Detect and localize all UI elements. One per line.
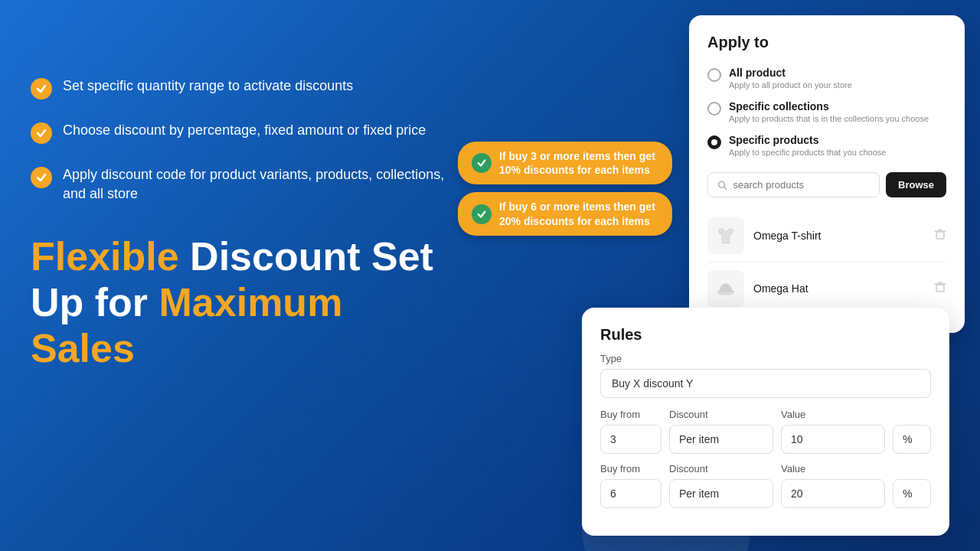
search-input-wrap[interactable] (707, 172, 880, 197)
unit-label-1 (893, 409, 931, 420)
search-input[interactable] (733, 179, 870, 191)
value-group-2: Value (781, 463, 885, 508)
feature-text-3: Apply discount code for product variants… (63, 165, 459, 204)
apply-to-card: Apply to All product Apply to all produc… (689, 15, 965, 333)
type-input[interactable] (600, 369, 931, 398)
feature-item-3: Apply discount code for product variants… (31, 165, 459, 204)
radio-group: All product Apply to all product on your… (707, 67, 946, 157)
radio-option-specific-collections[interactable]: Specific collections Apply to products t… (707, 100, 946, 123)
unit-input-1[interactable] (893, 425, 931, 454)
svg-line-1 (724, 187, 727, 189)
feature-text-1: Set specific quantity range to activate … (63, 77, 353, 96)
radio-desc-all-product: Apply to all product on your store (729, 80, 852, 90)
buy-from-input-2[interactable] (600, 479, 662, 508)
rules-card: Rules Type Buy from Discount Value Buy f… (582, 308, 949, 536)
radio-specific-collections[interactable] (707, 102, 721, 116)
discount-group-2: Discount (669, 463, 773, 508)
value-label-2: Value (781, 463, 885, 474)
radio-label-specific-collections: Specific collections (729, 100, 929, 112)
radio-label-all-product: All product (729, 67, 852, 79)
headline-up-for: Up for (31, 280, 159, 324)
search-icon (717, 180, 727, 191)
headline-sales: Sales (31, 326, 135, 370)
product-name-1: Omega T-shirt (753, 230, 925, 242)
radio-specific-products[interactable] (707, 135, 721, 149)
badge-check-icon-1 (472, 153, 492, 173)
radio-desc-specific-products: Apply to specific products that you choo… (729, 148, 886, 157)
unit-input-2[interactable] (893, 479, 931, 508)
unit-label-2 (893, 463, 931, 474)
unit-group-1 (893, 409, 931, 454)
headline: Flexible Discount Set Up for Maximum Sal… (31, 234, 459, 371)
feature-text-2: Choose discount by percentage, fixed amo… (63, 121, 426, 140)
product-item-1: Omega T-shirt (707, 210, 946, 262)
radio-all-product[interactable] (707, 68, 721, 82)
headline-flexible: Flexible (31, 234, 190, 279)
buy-from-label-1: Buy from (600, 409, 662, 420)
headline-discount-set: Discount Set (190, 234, 433, 279)
discount-group-1: Discount (669, 409, 773, 454)
radio-desc-specific-collections: Apply to products that is in the collect… (729, 114, 929, 123)
search-row: Browse (707, 172, 946, 197)
feature-item-2: Choose discount by percentage, fixed amo… (31, 121, 459, 144)
rules-title: Rules (600, 326, 931, 344)
radio-option-all-product[interactable]: All product Apply to all product on your… (707, 67, 946, 90)
type-label: Type (600, 353, 931, 364)
discount-label-1: Discount (669, 409, 773, 420)
badge-container: If buy 3 or more items then get 10% disc… (458, 142, 672, 236)
check-icon-1 (31, 78, 52, 99)
rule-row-2: Buy from Discount Value (600, 463, 931, 508)
value-input-1[interactable] (781, 425, 885, 454)
discount-label-2: Discount (669, 463, 773, 474)
left-section: Set specific quantity range to activate … (31, 77, 459, 372)
discount-input-1[interactable] (669, 425, 773, 454)
radio-label-specific-products: Specific products (729, 134, 886, 146)
svg-rect-2 (936, 232, 944, 239)
discount-input-2[interactable] (669, 479, 773, 508)
badge-check-icon-2 (472, 204, 492, 224)
rule-row-1: Buy from Discount Value (600, 409, 931, 454)
product-thumb-2 (707, 270, 744, 307)
check-icon-3 (31, 167, 52, 188)
apply-to-title: Apply to (707, 34, 946, 51)
feature-item-1: Set specific quantity range to activate … (31, 77, 459, 99)
radio-option-specific-products[interactable]: Specific products Apply to specific prod… (707, 134, 946, 157)
badge-text-2: If buy 6 or more items then get 20% disc… (499, 200, 658, 227)
product-list: Omega T-shirt Omega Hat (707, 210, 946, 315)
unit-group-2 (893, 463, 931, 508)
buy-from-input-1[interactable] (600, 425, 662, 454)
value-group-1: Value (781, 409, 885, 454)
value-input-2[interactable] (781, 479, 885, 508)
product-name-2: Omega Hat (753, 282, 925, 295)
headline-maximum: Maximum (159, 280, 343, 324)
buy-from-group-2: Buy from (600, 463, 662, 508)
discount-badge-2: If buy 6 or more items then get 20% disc… (458, 192, 672, 235)
svg-rect-6 (936, 285, 944, 292)
buy-from-group-1: Buy from (600, 409, 662, 454)
buy-from-label-2: Buy from (600, 463, 662, 474)
product-item-2: Omega Hat (707, 262, 946, 315)
feature-list: Set specific quantity range to activate … (31, 77, 459, 204)
browse-button[interactable]: Browse (886, 172, 946, 197)
discount-badge-1: If buy 3 or more items then get 10% disc… (458, 142, 672, 184)
check-icon-2 (31, 122, 52, 144)
delete-icon-1[interactable] (934, 228, 946, 243)
product-thumb-1 (707, 217, 744, 254)
value-label-1: Value (781, 409, 885, 420)
delete-icon-2[interactable] (934, 281, 946, 296)
badge-text-1: If buy 3 or more items then get 10% disc… (499, 149, 658, 177)
